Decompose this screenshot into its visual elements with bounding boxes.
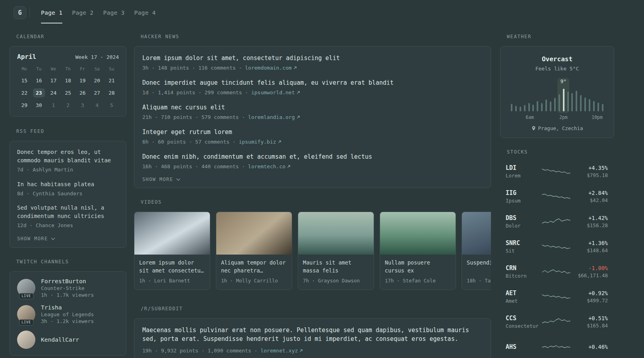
rss-item-title[interactable]: In hac habitasse platea (17, 180, 119, 189)
hn-item: Integer eget rutrum lorem6h · 60 points … (142, 128, 483, 146)
stock-sparkline (541, 267, 571, 277)
page-tab[interactable]: Page 1 (36, 0, 67, 25)
chevron-down-icon (176, 178, 180, 181)
hn-item-title[interactable]: Donec imperdiet augue tincidunt felis al… (142, 78, 483, 88)
hn-item-title[interactable]: Aliquam nec cursus elit (142, 103, 483, 112)
calendar-day: 22 (17, 88, 32, 98)
stock-row[interactable]: AHS+0.46% (506, 337, 608, 357)
hn-item-domain-link[interactable]: loremtech.co (248, 163, 291, 169)
hn-item: Lorem ipsum dolor sit amet, consectetur … (142, 54, 483, 72)
channel-name[interactable]: KendallCarr (41, 337, 79, 343)
logo[interactable]: G (14, 6, 26, 19)
page-tab[interactable]: Page 2 (67, 0, 98, 25)
channel-category: Counter-Strike (41, 285, 94, 291)
video-card[interactable]: Aliquam tempor dolor nec pharetra…1h · M… (216, 212, 292, 290)
calendar-day-today: 23 (32, 88, 47, 98)
video-title[interactable]: Suspendisse diam (467, 259, 491, 274)
stock-row[interactable]: IIGIpsum+2.84%$42.04 (506, 187, 608, 206)
video-title[interactable]: Mauris sit amet massa felis (303, 259, 369, 274)
twitch-channel[interactable]: LIVEForrestBurtonCounter-Strike1h · 1.7k… (17, 278, 119, 298)
video-meta: 1h · Lori Barnett (139, 277, 205, 285)
stock-row[interactable]: SNRCSit+1.36%$148.64 (506, 237, 608, 257)
twitch-channel[interactable]: LIVETrishaLeague of Legends3h · 1.2k vie… (17, 304, 119, 324)
stock-ticker[interactable]: CCS (506, 315, 541, 322)
video-card[interactable]: Nullam posuere cursus ex17h · Stefan Col… (380, 212, 456, 290)
rss-item-title[interactable]: Sed volutpat nulla nisl, a condimentum n… (17, 204, 119, 220)
hn-item-domain-link[interactable]: loremdomain.com (245, 65, 297, 71)
weather-bar (559, 94, 560, 111)
rss-card: Donec tempor eros leo, ut commodo mauris… (10, 141, 126, 248)
weather-bar (532, 105, 534, 111)
hn-item-domain-link[interactable]: loremlandia.org (248, 114, 300, 120)
stock-price: $795.18 (571, 172, 608, 178)
weather-bar (528, 103, 530, 111)
stock-row[interactable]: CRNBitcorn-1.00%$66,171.48 (506, 262, 608, 282)
calendar-day: 24 (46, 88, 61, 98)
video-card[interactable]: Suspendisse diam18h · Tara (462, 212, 491, 290)
video-thumbnail[interactable] (298, 212, 374, 255)
stock-ticker[interactable]: CRN (506, 265, 541, 272)
weather-time-label: 2pm (559, 115, 568, 120)
stock-ticker[interactable]: IIG (506, 189, 541, 197)
video-thumbnail[interactable] (380, 212, 456, 255)
rss-item-title[interactable]: Donec tempor eros leo, ut commodo mauris… (17, 148, 119, 165)
weather-time-axis: 6am2pm10pm (511, 115, 603, 120)
video-title[interactable]: Aliquam tempor dolor nec pharetra… (221, 259, 287, 274)
stock-ticker[interactable]: AHS (506, 343, 541, 350)
hn-item-domain-link[interactable]: ipsumify.biz (239, 139, 281, 145)
hn-item: Donec imperdiet augue tincidunt felis al… (142, 78, 483, 96)
stock-ticker[interactable]: DBS (506, 214, 541, 222)
video-card[interactable]: Mauris sit amet massa felis7h · Grayson … (298, 212, 374, 290)
subreddit-post-title[interactable]: Maecenas mollis pulvinar erat non posuer… (142, 326, 483, 344)
header-divider (29, 8, 30, 18)
video-thumbnail[interactable] (134, 212, 210, 255)
stock-name: Consectetur (506, 323, 541, 329)
video-title[interactable]: Nullam posuere cursus ex (385, 259, 451, 274)
subreddit-section-title: /R/SUBREDDIT (141, 306, 491, 311)
hn-item-title[interactable]: Lorem ipsum dolor sit amet, consectetur … (142, 54, 483, 63)
weather-bar (567, 91, 569, 111)
twitch-channel[interactable]: KendallCarr (17, 331, 119, 349)
stock-change: +0.51% (571, 315, 608, 321)
weather-highlight-temp: 9° (557, 78, 569, 84)
page-tab[interactable]: Page 4 (130, 0, 161, 25)
stock-ticker[interactable]: LDI (506, 164, 541, 171)
hn-item-title[interactable]: Donec enim nibh, condimentum et accumsan… (142, 152, 483, 161)
show-more-button[interactable]: SHOW MORE (17, 236, 55, 241)
weather-feels-like: Feels like 5°C (507, 66, 607, 72)
video-title[interactable]: Lorem ipsum dolor sit amet consectetu… (139, 259, 205, 274)
show-more-button[interactable]: SHOW MORE (142, 177, 180, 182)
weather-bar (537, 101, 538, 111)
hacker-news-section-title: HACKER NEWS (141, 34, 491, 39)
video-thumbnail[interactable] (462, 212, 491, 255)
channel-name[interactable]: ForrestBurton (41, 278, 94, 284)
hn-item-title[interactable]: Integer eget rutrum lorem (142, 128, 483, 137)
stock-price: $148.64 (571, 247, 608, 253)
twitch-avatar (17, 331, 35, 349)
stocks-section-title: STOCKS (507, 149, 614, 155)
weather-bar (571, 93, 573, 111)
channel-name[interactable]: Trisha (41, 304, 94, 311)
month-label: April (17, 53, 36, 60)
video-meta: 18h · Tara (467, 277, 491, 285)
video-card[interactable]: Lorem ipsum dolor sit amet consectetu…1h… (134, 212, 210, 290)
stock-row[interactable]: DBSDolor+1.42%$156.28 (506, 212, 608, 232)
stock-row[interactable]: AETAmet+0.92%$499.72 (506, 287, 608, 307)
stock-change: +0.46% (571, 344, 608, 350)
weather-bar (584, 97, 586, 111)
weekday-header: Fr (75, 65, 90, 74)
stock-ticker[interactable]: AET (506, 290, 541, 297)
stock-change: +4.35% (571, 165, 608, 171)
hn-item: Aliquam nec cursus elit21h · 710 points … (142, 103, 483, 121)
weather-chart: 9° (511, 78, 603, 111)
stock-ticker[interactable]: SNRC (506, 239, 541, 247)
page-tab[interactable]: Page 3 (98, 0, 129, 25)
subreddit-domain-link[interactable]: loremnet.xyz (260, 348, 303, 354)
stock-name: Dolor (506, 223, 541, 229)
calendar-day: 4 (90, 100, 105, 111)
video-thumbnail[interactable] (216, 212, 292, 255)
stock-row[interactable]: CCSConsectetur+0.51%$165.84 (506, 312, 608, 332)
stock-row[interactable]: LDILorem+4.35%$795.18 (506, 161, 608, 181)
hn-item-domain-link[interactable]: ipsumworld.net (251, 90, 300, 95)
hn-item-meta: 1d · 1,414 points · 299 comments · ipsum… (142, 89, 483, 97)
